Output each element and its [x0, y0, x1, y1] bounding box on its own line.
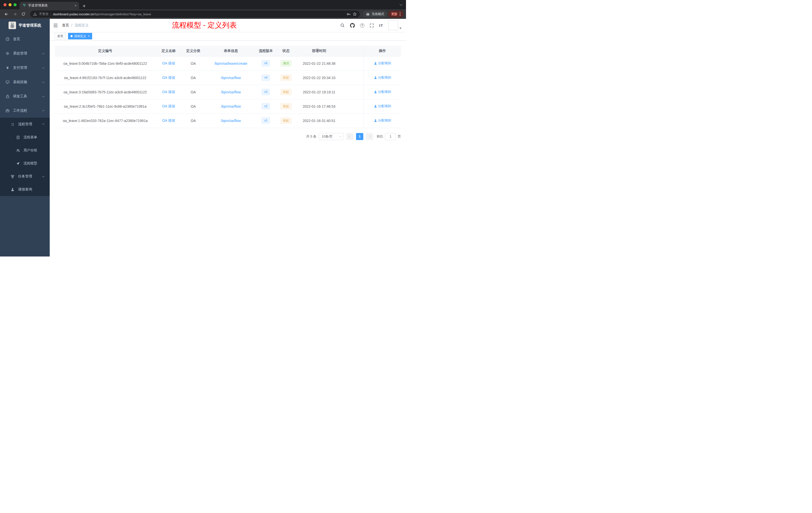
monitor-icon: [5, 80, 9, 84]
help-icon[interactable]: ?: [360, 23, 364, 28]
next-page-button[interactable]: [366, 133, 373, 140]
maximize-window-button[interactable]: [13, 3, 17, 6]
chevron-down-icon: [42, 80, 45, 83]
cell-spacer: [341, 85, 364, 99]
column-header-spacer: [341, 46, 364, 56]
tag-home[interactable]: 首页: [55, 33, 66, 39]
column-header-form: 表单信息: [205, 46, 257, 56]
assign-rule-link[interactable]: 分配规则: [374, 104, 391, 109]
sidebar: 芋道管理系统 首页 系统管理 ¥ 支付管理 基础设施 研发工具: [0, 19, 50, 256]
chevron-up-icon: [42, 123, 45, 126]
cell-definition-id: oa_leave:4:991f2193-7b7f-11ec-a3c8-acde4…: [55, 70, 156, 85]
rabbit-avatar-icon: [9, 22, 16, 29]
github-icon[interactable]: [350, 23, 355, 28]
cell-category: OA: [181, 56, 205, 70]
assign-rule-link[interactable]: 分配规则: [374, 118, 391, 123]
cell-definition-id: oa_leave:2:3c1f0ef1-76b1-11ec-9c66-a2380…: [55, 99, 156, 114]
assign-rule-link[interactable]: 分配规则: [374, 90, 391, 94]
sidebar-item-process-model[interactable]: 流程模型: [0, 157, 50, 170]
sidebar-item-workflow[interactable]: 工作流程: [0, 103, 50, 118]
version-tag[interactable]: v5: [262, 60, 270, 66]
form-info-link[interactable]: /bpm/oa/leave/create: [214, 61, 247, 65]
definition-name-link[interactable]: OA 请假: [162, 118, 175, 122]
tag-process-definition[interactable]: 流程定义 ×: [68, 33, 92, 39]
definition-name-link[interactable]: OA 请假: [162, 90, 175, 94]
fullscreen-icon[interactable]: [370, 23, 374, 28]
search-icon[interactable]: [340, 23, 345, 28]
url-domain: dashboard.yudao.iocoder.cn: [53, 12, 94, 16]
hamburger-icon: [53, 23, 58, 28]
prev-page-button[interactable]: [346, 133, 353, 140]
assign-rule-link[interactable]: 分配规则: [374, 61, 391, 65]
sidebar-item-payment[interactable]: ¥ 支付管理: [0, 60, 50, 75]
incognito-badge: 无痕模式: [363, 10, 387, 18]
cell-deploy-time: 2022-01-22 19:19:11: [297, 85, 341, 99]
document-icon: [16, 135, 20, 139]
form-info-link[interactable]: /bpm/oa/flow: [221, 90, 241, 94]
avatar-image: [388, 21, 398, 30]
assign-rule-link[interactable]: 分配规则: [374, 75, 391, 80]
version-tag[interactable]: v2: [262, 103, 270, 110]
org-chart-icon: [10, 175, 14, 178]
browser-update-button[interactable]: 更新: [388, 10, 404, 18]
browser-tab[interactable]: 芋道管理系统 ×: [20, 2, 79, 9]
tag-close-icon[interactable]: ×: [88, 35, 90, 38]
user-avatar[interactable]: [388, 21, 402, 30]
main-area: 首页 / 流程定义 流程模型 - 定义列表 ? tT: [50, 19, 406, 256]
breadcrumb-home[interactable]: 首页: [62, 23, 69, 28]
back-button[interactable]: [2, 10, 10, 18]
close-window-button[interactable]: [3, 3, 6, 6]
sidebar-item-task-management[interactable]: 任务管理: [0, 170, 50, 183]
cell-deploy-time: 2022-01-16 01:40:51: [297, 114, 341, 128]
avatar-caret-down-icon: [400, 28, 402, 29]
form-info-link[interactable]: /bpm/oa/flow: [221, 104, 241, 109]
version-tag[interactable]: v4: [262, 74, 270, 81]
version-tag[interactable]: v3: [262, 89, 270, 95]
url-path: /bpm/manager/definition?key=oa_leave: [94, 12, 151, 16]
sidebar-item-devtools[interactable]: 研发工具: [0, 89, 50, 103]
bookmark-star-icon[interactable]: [353, 12, 357, 16]
pagination: 共 5 条 10条/页 1 前往 页: [55, 133, 401, 140]
sidebar-item-user-group[interactable]: 用户分组: [0, 144, 50, 157]
definition-name-link[interactable]: OA 请假: [162, 61, 175, 65]
url-text: dashboard.yudao.iocoder.cn/bpm/manager/d…: [53, 12, 345, 16]
sidebar-item-leave-query[interactable]: 请假查询: [0, 183, 50, 196]
minimize-window-button[interactable]: [8, 3, 11, 6]
sidebar-item-system[interactable]: 系统管理: [0, 46, 50, 60]
tab-close-icon[interactable]: ×: [75, 4, 77, 7]
forward-button[interactable]: [11, 10, 19, 18]
users-icon: [16, 149, 20, 152]
cell-definition-id: oa_leave:3:1fad3d93-7b75-11ec-a3c8-acde4…: [55, 85, 156, 99]
new-tab-button[interactable]: +: [83, 3, 86, 8]
page-size-value: 10条/页: [322, 134, 333, 139]
font-size-icon[interactable]: tT: [379, 23, 383, 28]
sidebar-logo[interactable]: 芋道管理系统: [0, 19, 50, 32]
sidebar-item-process-management[interactable]: 流程管理: [0, 118, 50, 131]
address-bar[interactable]: 不安全 dashboard.yudao.iocoder.cn/bpm/manag…: [30, 10, 360, 18]
goto-page-input[interactable]: [385, 133, 396, 140]
cell-category: OA: [181, 70, 205, 85]
sidebar-toggle-button[interactable]: [53, 23, 58, 28]
browser-menu-dots-icon[interactable]: [400, 12, 401, 16]
page-number-button[interactable]: 1: [356, 133, 363, 140]
password-key-icon[interactable]: [347, 12, 351, 16]
definition-name-link[interactable]: OA 请假: [162, 76, 175, 80]
chevron-down-icon: [42, 66, 45, 68]
form-info-link[interactable]: /bpm/oa/flow: [221, 119, 241, 123]
status-tag: 激活: [281, 60, 291, 66]
reload-button[interactable]: [20, 10, 27, 18]
pagination-total: 共 5 条: [306, 134, 316, 139]
table-row: oa_leave:1:482ec033-762a-11ec-8477-a2380…: [55, 114, 401, 128]
user-icon: [374, 76, 377, 79]
sidebar-item-infrastructure[interactable]: 基础设施: [0, 75, 50, 89]
definition-name-link[interactable]: OA 请假: [162, 104, 175, 108]
sidebar-item-process-form[interactable]: 流程表单: [0, 131, 50, 144]
version-tag[interactable]: v1: [262, 117, 270, 124]
sidebar-item-home[interactable]: 首页: [0, 32, 50, 46]
navbar: 首页 / 流程定义 流程模型 - 定义列表 ? tT: [50, 19, 406, 32]
page-size-select[interactable]: 10条/页: [319, 133, 344, 140]
form-info-link[interactable]: /bpm/oa/flow: [221, 76, 241, 80]
person-icon: [10, 188, 14, 191]
tab-strip-chevron-down-icon[interactable]: [400, 3, 402, 5]
forward-arrow-icon: [13, 12, 17, 16]
